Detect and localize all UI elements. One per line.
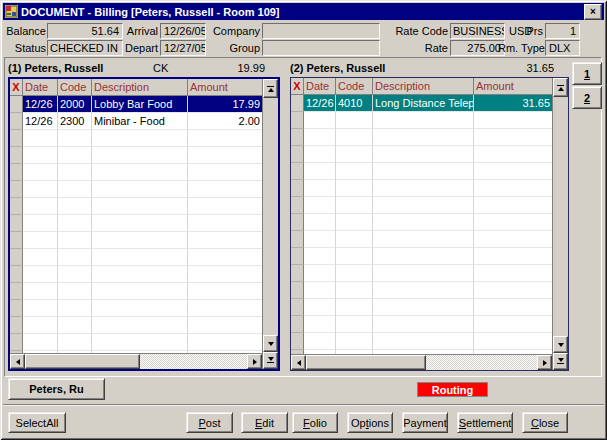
grid-cell — [10, 249, 23, 266]
scroll-bottom-icon[interactable] — [553, 353, 568, 370]
app-icon — [5, 5, 18, 18]
grid-cell — [336, 214, 373, 231]
folio-row-empty — [291, 180, 552, 197]
edit-button[interactable]: Edit — [241, 412, 288, 433]
grid-cell — [291, 112, 304, 129]
grid-cell — [336, 197, 373, 214]
depart-field[interactable]: 12/27/05 — [160, 40, 206, 56]
tab-window-1[interactable]: 1 — [572, 62, 602, 85]
grid-cell — [304, 248, 336, 265]
scroll-top-icon[interactable] — [553, 78, 568, 97]
folio-2-vscrollbar[interactable] — [552, 78, 568, 370]
folio-1-grid: XDateCodeDescriptionAmount 12/262000Lobb… — [8, 77, 280, 371]
column-header-amount: Amount — [188, 79, 262, 96]
routing-lamp[interactable]: Routing — [417, 382, 488, 397]
close-icon[interactable]: × — [584, 4, 602, 20]
status-field[interactable]: CHECKED IN — [47, 40, 123, 56]
grid-cell — [188, 215, 262, 232]
folio-row-empty — [10, 317, 262, 334]
grid-cell — [474, 163, 552, 180]
grid-cell — [188, 283, 262, 300]
folio-row-empty — [291, 299, 552, 316]
grid-cell — [474, 282, 552, 299]
prs-label: Prs — [524, 23, 543, 39]
titlebar[interactable]: DOCUMENT - Billing [Peters, Russell - Ro… — [3, 3, 604, 20]
grid-cell — [92, 317, 188, 334]
grid-cell — [291, 214, 304, 231]
folio-2-hscrollbar[interactable] — [291, 354, 552, 370]
grid-cell — [10, 266, 23, 283]
grid-cell — [304, 180, 336, 197]
grid-cell — [373, 316, 474, 333]
rm-type-field[interactable]: DLX — [545, 40, 580, 56]
scroll-left-icon[interactable] — [10, 354, 25, 369]
options-button[interactable]: Options — [347, 412, 393, 433]
grid-cell — [291, 95, 304, 112]
grid-cell — [373, 231, 474, 248]
folio-row-empty — [10, 164, 262, 181]
hscroll-thumb[interactable] — [306, 355, 426, 370]
grid-cell — [23, 334, 58, 351]
grid-cell — [58, 215, 92, 232]
post-button[interactable]: Post — [186, 412, 233, 433]
scroll-right-icon[interactable] — [247, 354, 262, 369]
folio-1-total: 19.99 — [168, 61, 265, 76]
grid-cell — [58, 300, 92, 317]
tab-window-2[interactable]: 2 — [572, 86, 602, 109]
grid-cell — [336, 333, 373, 350]
select-all-button[interactable]: Select All — [8, 412, 66, 433]
grid-cell: 31.65 — [474, 95, 552, 112]
scroll-down-icon[interactable] — [553, 336, 568, 353]
scroll-down-icon[interactable] — [263, 335, 278, 352]
grid-cell — [58, 334, 92, 351]
column-header-x: X — [10, 79, 23, 96]
folio-row-empty — [10, 232, 262, 249]
grid-cell — [291, 129, 304, 146]
scroll-left-icon[interactable] — [291, 355, 306, 370]
folio-1-vscrollbar[interactable] — [262, 79, 278, 369]
column-header-date: Date — [304, 78, 336, 95]
grid-cell — [373, 214, 474, 231]
hscroll-thumb[interactable] — [25, 354, 140, 369]
group-field[interactable] — [262, 40, 380, 56]
prs-field[interactable]: 1 — [545, 23, 580, 39]
grid-cell — [336, 282, 373, 299]
folio-button[interactable]: Folio — [292, 412, 338, 433]
grid-cell — [304, 112, 336, 129]
folio-2-total: 31.65 — [454, 61, 554, 76]
guest-tab-peters[interactable]: Peters, Ru — [8, 378, 105, 400]
close-button[interactable]: Close — [522, 412, 568, 433]
folio-row[interactable]: 12/262300Minibar - Food2.00 — [10, 113, 262, 130]
balance-field[interactable]: 51.64 — [47, 23, 123, 39]
grid-cell — [373, 146, 474, 163]
payment-button[interactable]: Payment — [402, 412, 448, 433]
scroll-bottom-icon[interactable] — [263, 352, 278, 369]
folio-row-empty — [291, 146, 552, 163]
grid-cell — [304, 214, 336, 231]
grid-cell: 2300 — [58, 113, 92, 130]
folio-1-hscrollbar[interactable] — [10, 353, 262, 369]
grid-cell — [336, 299, 373, 316]
company-field[interactable] — [262, 23, 380, 39]
column-header-description: Description — [373, 78, 474, 95]
arrival-field[interactable]: 12/26/05 — [160, 23, 206, 39]
grid-cell: 4010 — [336, 95, 373, 112]
scroll-top-icon[interactable] — [263, 79, 278, 98]
grid-cell — [10, 317, 23, 334]
grid-cell — [291, 180, 304, 197]
folio-row[interactable]: 12/262000Lobby Bar Food17.99 — [10, 96, 262, 113]
grid-cell — [58, 181, 92, 198]
grid-cell — [188, 147, 262, 164]
grid-cell — [474, 180, 552, 197]
grid-cell — [188, 130, 262, 147]
scroll-right-icon[interactable] — [537, 355, 552, 370]
grid-cell — [304, 197, 336, 214]
rate-code-field[interactable]: BUSINESS — [450, 23, 505, 39]
billing-window: DOCUMENT - Billing [Peters, Russell - Ro… — [0, 0, 607, 440]
grid-cell — [92, 130, 188, 147]
rate-field[interactable]: 275.00 — [450, 40, 505, 56]
grid-cell — [291, 333, 304, 350]
settlement-button[interactable]: Settlement — [457, 412, 513, 433]
folio-row[interactable]: 12/264010Long Distance Telephon31.65 — [291, 95, 552, 112]
grid-cell — [188, 317, 262, 334]
